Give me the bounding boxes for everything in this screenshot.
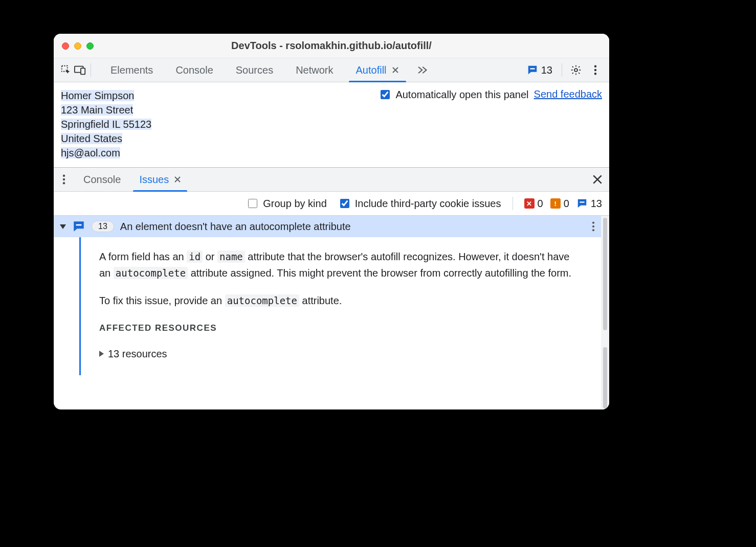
code-autocomplete: autocomplete <box>114 267 188 279</box>
svg-rect-11 <box>580 201 584 202</box>
svg-point-6 <box>594 69 596 71</box>
svg-point-7 <box>594 73 596 75</box>
address-line: Springfield IL 55123 <box>61 119 151 130</box>
close-drawer-icon[interactable] <box>586 168 609 191</box>
window-titlebar: DevTools - rsolomakhin.github.io/autofil… <box>54 34 609 58</box>
tab-network[interactable]: Network <box>284 58 344 82</box>
group-by-kind-label: Group by kind <box>263 198 327 210</box>
issue-row[interactable]: 13 An element doesn't have an autocomple… <box>54 216 601 237</box>
device-toggle-icon[interactable] <box>73 65 87 75</box>
main-toolbar: Elements Console Sources Network Autofil… <box>54 58 609 82</box>
issue-title: An element doesn't have an autocomplete … <box>120 221 351 233</box>
close-drawer-tab-icon[interactable] <box>174 176 181 183</box>
svg-point-5 <box>594 65 596 67</box>
drawer-tab-issues[interactable]: Issues <box>130 168 190 191</box>
info-count[interactable]: 13 <box>576 198 602 210</box>
issue-detail: A form field has an id or name attribute… <box>79 237 601 375</box>
vertical-scrollbar[interactable] <box>601 216 609 409</box>
issue-count-pill: 13 <box>92 221 114 232</box>
traffic-lights <box>62 42 94 50</box>
window-title: DevTools - rsolomakhin.github.io/autofil… <box>54 40 609 52</box>
minimize-window-button[interactable] <box>74 42 81 50</box>
svg-point-10 <box>63 182 65 184</box>
disclosure-triangle-down-icon[interactable] <box>60 224 66 229</box>
svg-point-13 <box>592 222 594 224</box>
svg-rect-2 <box>81 68 85 74</box>
address-line: United States <box>61 133 122 144</box>
settings-icon[interactable] <box>567 64 585 76</box>
send-feedback-link[interactable]: Send feedback <box>534 88 602 100</box>
issues-counter[interactable]: 13 <box>523 64 557 76</box>
affected-resources-heading: AFFECTED RESOURCES <box>99 320 583 336</box>
inspect-icon[interactable] <box>59 64 73 76</box>
devtools-window: DevTools - rsolomakhin.github.io/autofil… <box>54 34 609 409</box>
drawer-tab-console[interactable]: Console <box>74 168 130 191</box>
issue-paragraph: To fix this issue, provide an autocomple… <box>99 292 583 309</box>
issue-row-menu-icon[interactable] <box>592 221 595 232</box>
kebab-menu-icon[interactable] <box>587 65 604 75</box>
affected-resources-toggle[interactable]: 13 resources <box>99 346 583 362</box>
issues-bubble-icon <box>527 64 538 76</box>
panel-tabs: Elements Console Sources Network Autofil… <box>99 58 436 82</box>
close-tab-icon[interactable] <box>392 66 399 74</box>
tab-sources[interactable]: Sources <box>225 58 284 82</box>
auto-open-checkbox[interactable]: Automatically open this panel <box>379 88 528 101</box>
svg-point-15 <box>592 229 594 231</box>
svg-point-8 <box>63 175 65 177</box>
include-third-party-label: Include third-party cookie issues <box>355 198 501 210</box>
issue-kind-icon <box>72 220 85 233</box>
svg-rect-12 <box>76 224 82 226</box>
issues-count-text: 13 <box>541 64 552 76</box>
error-count[interactable]: ✕ 0 <box>524 198 543 210</box>
autofill-preview: Homer Simpson 123 Main Street Springfiel… <box>61 88 151 160</box>
code-autocomplete: autocomplete <box>225 294 299 307</box>
resources-count-label: 13 resources <box>108 346 167 362</box>
address-line: Homer Simpson <box>61 90 134 101</box>
issues-filter-bar: Group by kind Include third-party cookie… <box>54 192 609 216</box>
drawer-toolbar: Console Issues <box>54 168 609 192</box>
issues-body: 13 An element doesn't have an autocomple… <box>54 216 609 409</box>
more-tabs-icon[interactable] <box>410 58 436 82</box>
address-line: 123 Main Street <box>61 104 133 116</box>
scrollbar-thumb[interactable] <box>603 347 607 408</box>
warning-icon: ! <box>550 198 561 209</box>
info-icon <box>576 198 588 209</box>
disclosure-triangle-right-icon <box>99 351 104 357</box>
tab-console[interactable]: Console <box>164 58 224 82</box>
include-third-party-checkbox[interactable]: Include third-party cookie issues <box>338 197 501 210</box>
code-name: name <box>217 250 245 263</box>
drawer-menu-icon[interactable] <box>54 168 74 191</box>
scrollbar-thumb[interactable] <box>603 218 607 330</box>
drawer-tab-issues-label: Issues <box>139 174 169 186</box>
svg-point-4 <box>574 69 577 72</box>
issue-counts: ✕ 0 ! 0 13 <box>524 198 603 210</box>
error-icon: ✕ <box>524 198 535 209</box>
issue-paragraph: A form field has an id or name attribute… <box>99 248 583 281</box>
tab-autofill[interactable]: Autofill <box>345 58 410 82</box>
close-window-button[interactable] <box>62 42 69 50</box>
tab-autofill-label: Autofill <box>356 64 387 76</box>
tab-elements[interactable]: Elements <box>99 58 164 82</box>
svg-rect-3 <box>530 68 535 69</box>
autofill-panel: Homer Simpson 123 Main Street Springfiel… <box>54 82 609 168</box>
code-id: id <box>187 250 203 263</box>
svg-point-14 <box>592 225 594 227</box>
maximize-window-button[interactable] <box>86 42 94 50</box>
group-by-kind-checkbox[interactable]: Group by kind <box>246 197 327 210</box>
warning-count[interactable]: ! 0 <box>550 198 569 210</box>
auto-open-label: Automatically open this panel <box>395 89 528 101</box>
svg-point-9 <box>63 178 65 180</box>
address-line: hjs@aol.com <box>61 147 120 158</box>
